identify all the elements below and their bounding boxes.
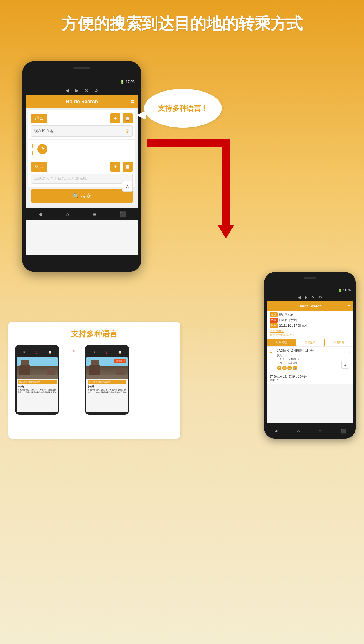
- origin-input[interactable]: 现在所在地 ⊗: [31, 125, 133, 137]
- menu-icon-small[interactable]: ≡: [348, 304, 350, 308]
- phone-small: 🔋 17:29 ◀ ▶ ✕ ↺ Route Search ≡ 起点 现在所在地: [264, 272, 356, 439]
- tab-cost[interactable]: 费 费用顺: [324, 339, 353, 346]
- mini-screen-2: 公共交通工具 概述 (交通/其他交通方式) 东京站 首都的中央站。1914年（大…: [86, 357, 128, 412]
- tabs-row: 时 时间顺 回 回数票 费 费用顺: [267, 339, 353, 347]
- transport-icon-train: 🚃: [287, 366, 292, 370]
- battery-icon-small: 🔋: [338, 289, 342, 292]
- location-icon-btn[interactable]: ✦: [110, 113, 120, 123]
- info-box-title: 支持多种语言: [15, 329, 174, 339]
- bottom-nav-large: ◄ ⌂ ≡ ⬛: [26, 208, 138, 220]
- arrow-between-phones: →: [65, 345, 79, 356]
- bookmark-icon: 📋: [125, 116, 130, 121]
- swap-icon: ⟳: [40, 146, 45, 152]
- back-icon-small[interactable]: ◀: [298, 295, 301, 300]
- small-origin-value: 现在所在地: [279, 313, 293, 317]
- dest-bookmark-icon: 📋: [125, 164, 130, 169]
- clear-origin-icon[interactable]: ⊗: [125, 128, 129, 134]
- mini-text-label-1: 概述 (交通/其他交通方式): [18, 380, 57, 384]
- mini-tooltip: 公共交通工具: [114, 359, 126, 363]
- origin-label-btn[interactable]: 起点: [31, 114, 47, 123]
- bottom-nav-small: ◄ ⌂ ≡ ⬛: [264, 423, 356, 439]
- scroll-up-btn-small[interactable]: ∧: [341, 361, 349, 369]
- small-time-value: 2016/11/21 17:28 出发: [279, 324, 307, 328]
- dest-location-icon-btn[interactable]: ✦: [110, 162, 120, 172]
- small-time-label: 时刻: [270, 323, 278, 328]
- close-icon-small[interactable]: ✕: [312, 295, 315, 300]
- small-dest-label: 终点: [270, 318, 278, 323]
- mini-status-1: [15, 345, 59, 349]
- search-button[interactable]: 🔍 搜索: [31, 189, 133, 203]
- svg-marker-2: [218, 225, 234, 239]
- app-title-small: Route Search: [298, 304, 322, 308]
- page-title: 方便的搜索到达目的地的转乘方式: [0, 0, 364, 42]
- refresh-icon-small[interactable]: ↺: [319, 295, 322, 300]
- result1-title: 17:28出发-17:43到达 / 15分钟: [277, 349, 349, 353]
- nav-bar-large[interactable]: ◀ ▶ ✕ ↺: [26, 85, 138, 95]
- result-item-2[interactable]: 17:30出发-17:45到达 / 15分钟 换乘 / 0: [267, 373, 353, 384]
- search-area: 🔍 搜索 ∧: [28, 189, 135, 205]
- status-bar-large: 🔋 17:28: [26, 78, 138, 85]
- swap-row: ↓↓ ⟳: [28, 139, 135, 159]
- mini-nav-back-2: ↺: [93, 351, 95, 354]
- nav-back-icon[interactable]: ◄: [37, 211, 43, 218]
- refresh-icon[interactable]: ↺: [94, 87, 98, 94]
- swap-btn[interactable]: ⟳: [37, 144, 47, 154]
- nav-home-icon[interactable]: ⌂: [66, 211, 69, 218]
- nav-bar-small[interactable]: ◀ ▶ ✕ ↺: [267, 293, 353, 301]
- header-section: 方便的搜索到达目的地的转乘方式: [0, 0, 364, 42]
- dest-label-btn[interactable]: 终点: [31, 162, 47, 172]
- result-item-1[interactable]: 1 17:28出发-17:43到达 / 15分钟 换乘 / 0 ＩＣ卡 / 16…: [267, 347, 353, 373]
- up-arrow-icon-small: ∧: [344, 363, 347, 367]
- mini-building-image-1: [17, 357, 58, 379]
- red-l-arrow: [147, 139, 241, 244]
- info-box: 支持多种语言 ↺ 🚫 📋 概述 (交通/其他交通方式) 东京: [8, 322, 180, 439]
- mini-station-name-1: 东京站: [18, 385, 57, 388]
- mini-nav-circle: 🚫: [35, 351, 38, 354]
- back-icon[interactable]: ◀: [65, 87, 69, 94]
- small-origin-label: 起点: [270, 312, 278, 317]
- result1-transport-icons: 時 回 🚃 🚌: [277, 366, 349, 370]
- scroll-up-btn[interactable]: ∧: [122, 181, 133, 192]
- route-info-section: 起点 现在所在地 终点 日本桥（东京） 时刻 2016/11/21 17:28 …: [267, 311, 353, 339]
- nav-print-icon[interactable]: ⬛: [119, 211, 126, 218]
- result2-title: 17:30出发-17:45到达 / 15分钟: [270, 375, 350, 379]
- app-content-large: 起点 ✦ 📋 现在所在地 ⊗: [26, 108, 138, 208]
- search-btn-label: 搜索: [81, 193, 91, 199]
- bookmark-icon-btn[interactable]: 📋: [123, 113, 133, 123]
- phone-speaker: [73, 67, 90, 69]
- nav-menu-icon-small[interactable]: ≡: [319, 429, 321, 434]
- result2-transfer: 换乘 / 0: [270, 379, 350, 382]
- phone-large: 🔋 17:28 ◀ ▶ ✕ ↺ Route Search ≡ 起点: [22, 61, 141, 272]
- mini-nav-circle-2: 🚫: [105, 351, 108, 354]
- result1-ic: ＩＣ卡 / 165日元: [277, 358, 349, 361]
- beginner-link[interactable]: 致使用纸稿的客人 ＞: [270, 333, 296, 336]
- menu-icon-large[interactable]: ≡: [131, 99, 134, 105]
- mini-status-2: [85, 345, 129, 349]
- dest-input[interactable]: 车站名和巴士站名,酒店,观光地: [31, 174, 133, 184]
- mini-nav-bookmark-2: 📋: [118, 351, 121, 354]
- speech-bubble: 支持多种语言！: [144, 89, 222, 128]
- nav-home-icon-small[interactable]: ⌂: [297, 429, 300, 434]
- nav-print-icon-small[interactable]: ⬛: [341, 428, 346, 434]
- mini-nav-bookmark: 📋: [48, 351, 52, 354]
- speech-bubble-text: 支持多种语言！: [158, 104, 208, 113]
- tab-time[interactable]: 时 时间顺: [267, 339, 296, 346]
- right-arrow-icon: →: [67, 345, 77, 356]
- result1-chevron[interactable]: ›: [349, 349, 350, 354]
- close-icon[interactable]: ✕: [84, 87, 88, 94]
- info-box-content: ↺ 🚫 📋 概述 (交通/其他交通方式) 东京站 首都的中央站。1914年（大正…: [15, 345, 174, 415]
- up-arrow-icon: ∧: [126, 183, 129, 189]
- svg-rect-1: [222, 139, 230, 225]
- nav-back-icon-small[interactable]: ◄: [274, 429, 278, 434]
- forward-icon[interactable]: ▶: [75, 87, 79, 94]
- transport-icon-time: 時: [277, 366, 281, 370]
- nav-menu-icon[interactable]: ≡: [93, 211, 96, 218]
- dest-placeholder-text: 车站名和巴士站名,酒店,观光地: [34, 176, 87, 181]
- dest-bookmark-icon-btn[interactable]: 📋: [123, 162, 133, 172]
- mini-station-name-2: 东京站: [88, 385, 126, 388]
- icon-legend-link[interactable]: 图标说明 ＞: [270, 329, 284, 333]
- tab-count[interactable]: 回 回数票: [296, 339, 324, 346]
- forward-icon-small[interactable]: ▶: [305, 295, 308, 300]
- app-header-small: Route Search ≡: [267, 301, 353, 311]
- search-icon: 🔍: [73, 193, 79, 199]
